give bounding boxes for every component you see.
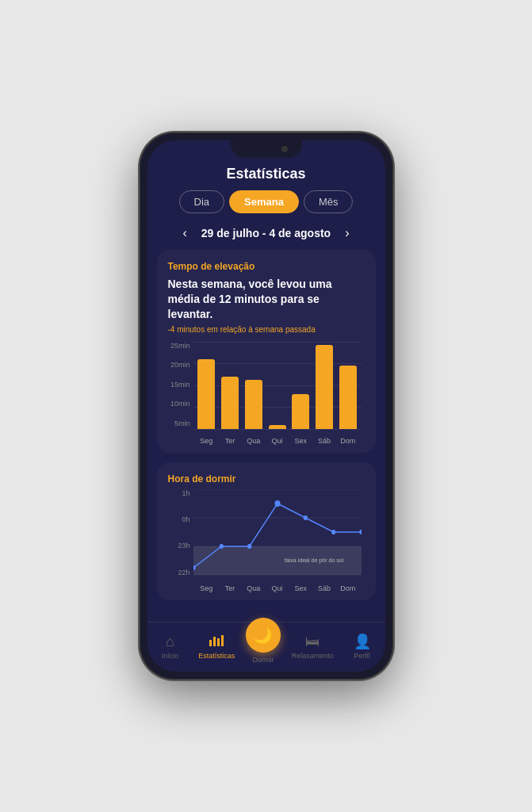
- line-x-qua: Qua: [243, 584, 264, 592]
- period-tabs: Dia Semana Mês: [147, 190, 385, 221]
- y-axis-labels: 25min 20min 15min 10min 5min: [168, 342, 190, 429]
- line-x-qui: Qui: [267, 584, 288, 592]
- sleep-icon: 🌙: [253, 626, 273, 645]
- notch: [231, 140, 302, 158]
- nav-label-perfil: Perfil: [354, 652, 370, 660]
- y-label-25: 25min: [168, 342, 190, 350]
- bar-seg: [197, 342, 217, 429]
- y-label-5: 5min: [168, 419, 190, 427]
- y-label-10: 10min: [168, 400, 190, 408]
- elevation-sub-text: -4 minutos em relação à semana passada: [168, 325, 365, 334]
- nav-label-dormir: Dormir: [252, 656, 274, 664]
- line-x-sab: Sáb: [314, 584, 335, 592]
- bar-sex: [290, 342, 311, 429]
- nav-item-dormir[interactable]: 🌙 Dormir: [246, 629, 281, 664]
- y-label-20: 20min: [168, 361, 190, 369]
- camera: [281, 146, 288, 152]
- svg-point-12: [359, 530, 362, 534]
- svg-rect-13: [209, 640, 212, 646]
- nav-label-estatisticas: Estatísticas: [198, 652, 235, 660]
- x-label-sab: Sáb: [314, 437, 335, 445]
- page-title: Estatísticas: [147, 159, 385, 190]
- svg-text:faixa ideal de pôr do sol: faixa ideal de pôr do sol: [284, 556, 343, 564]
- svg-point-10: [303, 515, 307, 520]
- bar-qua: [243, 342, 264, 429]
- nav-item-perfil[interactable]: 👤 Perfil: [345, 633, 380, 660]
- date-navigation: ‹ 29 de julho - 4 de agosto ›: [147, 221, 385, 250]
- svg-point-8: [247, 544, 251, 549]
- home-icon: ⌂: [166, 634, 174, 650]
- nav-label-relaxamento: Relaxamento: [292, 652, 334, 660]
- svg-rect-16: [221, 635, 224, 646]
- line-chart: 1h 0h 23h 22h: [168, 489, 365, 592]
- nav-label-inicio: Início: [162, 652, 179, 660]
- profile-icon: 👤: [354, 633, 371, 650]
- sleep-card: Hora de dormir 1h 0h 23h 22h: [157, 462, 376, 600]
- nav-item-inicio[interactable]: ⌂ Início: [152, 634, 187, 660]
- bars-container: [193, 342, 362, 429]
- svg-point-7: [219, 544, 223, 549]
- svg-point-9: [274, 500, 280, 507]
- scroll-area[interactable]: Tempo de elevação Nesta semana, você lev…: [147, 250, 385, 622]
- nav-item-relaxamento[interactable]: 🛏 Relaxamento: [292, 634, 334, 660]
- x-label-ter: Ter: [220, 437, 240, 445]
- elevation-card-title: Tempo de elevação: [168, 261, 365, 272]
- dormir-center-button[interactable]: 🌙: [246, 618, 281, 653]
- prev-date-button[interactable]: ‹: [178, 224, 191, 242]
- line-x-seg: Seg: [197, 584, 217, 592]
- x-label-sex: Sex: [290, 437, 311, 445]
- bar-qui: [267, 342, 288, 429]
- phone-screen: Estatísticas Dia Semana Mês ‹ 29 de julh…: [147, 140, 385, 672]
- phone-frame: Estatísticas Dia Semana Mês ‹ 29 de julh…: [140, 132, 393, 680]
- line-x-ter: Ter: [220, 584, 240, 592]
- y-label-15: 15min: [168, 381, 190, 389]
- relax-icon: 🛏: [305, 634, 320, 650]
- date-range-label: 29 de julho - 4 de agosto: [201, 227, 331, 239]
- x-label-dom: Dom: [338, 437, 358, 445]
- svg-rect-14: [213, 637, 216, 646]
- elevation-card: Tempo de elevação Nesta semana, você lev…: [157, 250, 376, 453]
- x-label-qua: Qua: [243, 437, 264, 445]
- x-label-seg: Seg: [197, 437, 217, 445]
- svg-rect-15: [217, 638, 220, 646]
- line-y-23h: 23h: [168, 542, 190, 550]
- line-x-dom: Dom: [338, 584, 358, 592]
- svg-point-11: [331, 530, 335, 534]
- line-y-22h: 22h: [168, 569, 190, 576]
- line-x-sex: Sex: [290, 584, 311, 592]
- line-y-1h: 1h: [168, 489, 190, 497]
- x-axis-labels: Seg Ter Qua Qui Sex Sáb Dom: [193, 437, 362, 445]
- chart-grid: [193, 342, 362, 429]
- bar-chart: 25min 20min 15min 10min 5min: [168, 342, 365, 445]
- stats-icon: [209, 634, 224, 650]
- line-y-labels: 1h 0h 23h 22h: [168, 489, 190, 576]
- bar-dom: [338, 342, 358, 429]
- screen-content: Estatísticas Dia Semana Mês ‹ 29 de julh…: [147, 140, 385, 672]
- line-chart-svg: faixa ideal de pôr do sol: [193, 489, 362, 576]
- line-x-labels: Seg Ter Qua Qui Sex Sáb Dom: [193, 584, 362, 592]
- x-label-qui: Qui: [267, 437, 288, 445]
- bottom-navigation: ⌂ Início Estatísticas: [147, 622, 385, 672]
- elevation-main-text: Nesta semana, você levou uma média de 12…: [168, 277, 365, 322]
- bar-ter: [220, 342, 240, 429]
- tab-mes[interactable]: Mês: [304, 190, 354, 213]
- bar-sab: [314, 342, 335, 429]
- tab-dia[interactable]: Dia: [179, 190, 225, 213]
- next-date-button[interactable]: ›: [340, 224, 354, 242]
- nav-item-estatisticas[interactable]: Estatísticas: [198, 634, 235, 660]
- tab-semana[interactable]: Semana: [229, 190, 299, 213]
- line-y-0h: 0h: [168, 515, 190, 523]
- sleep-card-title: Hora de dormir: [168, 473, 365, 485]
